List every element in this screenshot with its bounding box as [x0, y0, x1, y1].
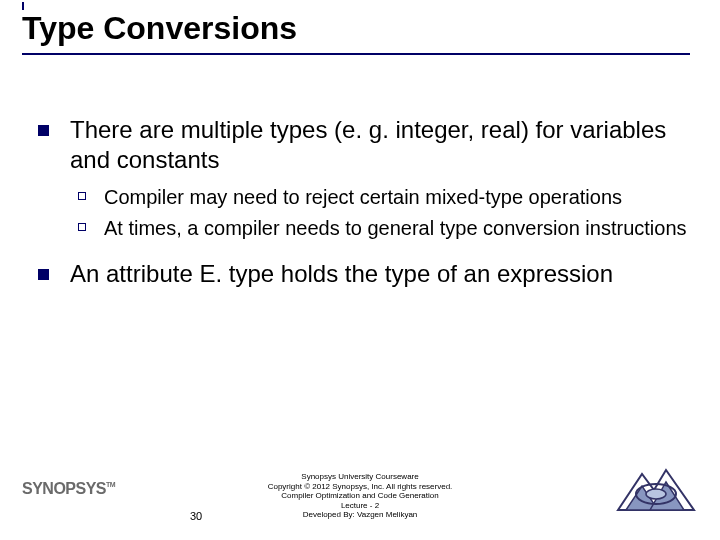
square-bullet-icon [38, 269, 49, 280]
slide-body: There are multiple types (e. g. integer,… [0, 55, 720, 289]
footer-line: Lecture - 2 [0, 501, 720, 511]
title-wrap: Type Conversions [0, 0, 720, 55]
sub-bullet-item: At times, a compiler needs to general ty… [70, 216, 690, 241]
footer-line: Copyright © 2012 Synopsys, Inc. All righ… [0, 482, 720, 492]
bullet-text: An attribute E. type holds the type of a… [70, 260, 613, 287]
hollow-square-bullet-icon [78, 223, 86, 231]
square-bullet-icon [38, 125, 49, 136]
svg-point-4 [646, 489, 666, 499]
title-tick [22, 2, 24, 10]
bullet-text: There are multiple types (e. g. integer,… [70, 116, 666, 173]
footer-line: Developed By: Vazgen Melikyan [0, 510, 720, 520]
bullet-list-level1: There are multiple types (e. g. integer,… [30, 115, 690, 289]
sub-bullet-text: At times, a compiler needs to general ty… [104, 217, 687, 239]
footer-text-block: Synopsys University Courseware Copyright… [0, 472, 720, 520]
bullet-item: There are multiple types (e. g. integer,… [30, 115, 690, 241]
hollow-square-bullet-icon [78, 192, 86, 200]
bullet-list-level2: Compiler may need to reject certain mixe… [70, 185, 690, 241]
bullet-item: An attribute E. type holds the type of a… [30, 259, 690, 289]
footer: SYNOPSYSTM 30 Synopsys University Course… [0, 456, 720, 526]
slide: Type Conversions There are multiple type… [0, 0, 720, 540]
footer-line: Compiler Optimization and Code Generatio… [0, 491, 720, 501]
sub-bullet-item: Compiler may need to reject certain mixe… [70, 185, 690, 210]
sub-bullet-text: Compiler may need to reject certain mixe… [104, 186, 622, 208]
slide-title: Type Conversions [22, 10, 690, 55]
abstract-logo-icon [614, 466, 698, 514]
footer-line: Synopsys University Courseware [0, 472, 720, 482]
